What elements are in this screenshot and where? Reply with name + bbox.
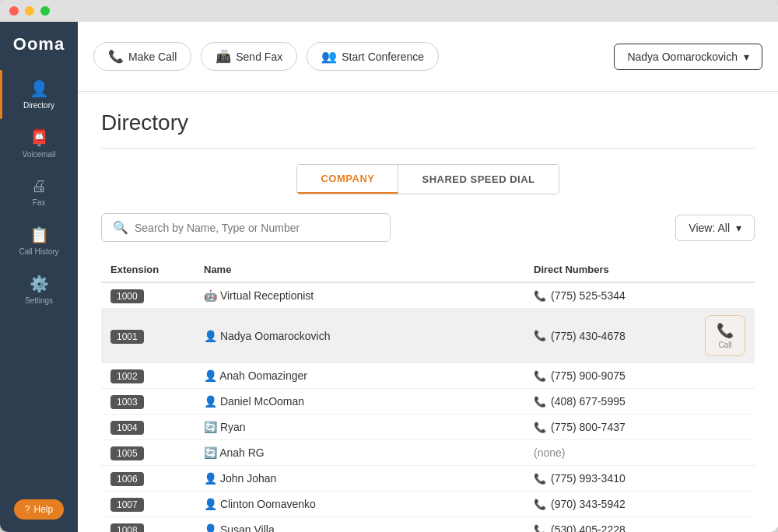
- call-btn-label: Call: [718, 341, 731, 349]
- direct-number: 📞 (775) 993-3410: [534, 472, 686, 485]
- ext-cell: 1000: [101, 282, 194, 309]
- contact-icon: 🤖: [204, 289, 217, 302]
- conference-icon: 👥: [321, 49, 337, 64]
- start-conference-button[interactable]: 👥 Start Conference: [307, 42, 439, 71]
- sidebar-label-voicemail: Voicemail: [23, 150, 56, 159]
- sidebar-item-fax[interactable]: 🖨 Fax: [0, 168, 78, 216]
- table-row[interactable]: 1005 🔄 Anah RG (none): [101, 440, 755, 466]
- table-row[interactable]: 1000 🤖 Virtual Receptionist 📞 (775) 525-…: [101, 282, 755, 309]
- contact-name: Virtual Receptionist: [220, 289, 314, 302]
- contact-icon: 👤: [204, 523, 217, 532]
- action-cell: [696, 517, 755, 533]
- search-icon: 🔍: [113, 220, 128, 235]
- phone-number: (775) 900-9075: [551, 369, 626, 382]
- call-history-icon: 📋: [30, 226, 49, 244]
- ext-cell: 1001: [101, 309, 194, 363]
- phone-number: (970) 343-5942: [551, 498, 626, 510]
- name-cell: 👤 John Johan: [194, 466, 524, 492]
- send-fax-label: Send Fax: [236, 51, 282, 63]
- directory-tabs: COMPANY SHARED SPEED DIAL: [296, 164, 559, 194]
- maximize-button[interactable]: [40, 6, 50, 16]
- make-call-button[interactable]: 📞 Make Call: [93, 42, 191, 71]
- direct-number: 📞 (408) 677-5995: [534, 395, 686, 408]
- table-row[interactable]: 1001 👤 Nadya Oomarockovich 📞 (775) 430-4…: [101, 309, 755, 363]
- phone-icon: 📞: [534, 473, 546, 485]
- table-row[interactable]: 1008 👤 Susan Villa 📞 (530) 405-2228: [101, 517, 755, 533]
- voicemail-icon: 📮: [30, 128, 49, 147]
- table-row[interactable]: 1003 👤 Daniel McOoman 📞 (408) 677-5995: [101, 389, 755, 415]
- user-dropdown[interactable]: Nadya Oomarockovich ▾: [614, 44, 762, 70]
- search-input[interactable]: [135, 222, 379, 234]
- sidebar: Ooma 👤 Directory 📮 Voicemail 🖨 Fax 📋 Cal…: [0, 22, 78, 532]
- call-button[interactable]: 📞 Call: [705, 315, 745, 356]
- contact-name: Susan Villa: [220, 523, 275, 532]
- action-cell: [696, 440, 755, 466]
- contact-name: Clinton Oomavenko: [220, 498, 316, 510]
- direct-cell: 📞 (530) 405-2228: [524, 517, 696, 533]
- view-dropdown-label: View: All: [689, 222, 730, 234]
- call-btn-icon: 📞: [717, 322, 734, 339]
- sidebar-label-directory: Directory: [23, 101, 54, 110]
- sidebar-item-voicemail[interactable]: 📮 Voicemail: [0, 119, 78, 168]
- direct-number: 📞 (775) 900-9075: [534, 369, 686, 382]
- table-header: Extension Name Direct Numbers: [101, 257, 755, 282]
- phone-icon: 📞: [534, 499, 546, 510]
- contact-icon: 👤: [204, 395, 217, 408]
- phone-number: (408) 677-5995: [551, 395, 626, 408]
- header-action: [696, 257, 755, 282]
- send-fax-button[interactable]: 📠 Send Fax: [201, 42, 297, 71]
- action-cell: [696, 415, 755, 440]
- direct-number: 📞 (530) 405-2228: [534, 523, 686, 532]
- ext-badge: 1007: [110, 498, 144, 512]
- sidebar-item-settings[interactable]: ⚙️ Settings: [0, 265, 78, 314]
- view-dropdown[interactable]: View: All ▾: [675, 215, 755, 241]
- name-cell: 👤 Anah Oomazinger: [194, 363, 524, 389]
- direct-cell: 📞 (775) 900-9075: [524, 363, 696, 389]
- contact-name: Anah RG: [219, 446, 265, 459]
- sidebar-item-call-history[interactable]: 📋 Call History: [0, 216, 78, 265]
- table-body: 1000 🤖 Virtual Receptionist 📞 (775) 525-…: [101, 282, 755, 532]
- ext-cell: 1003: [101, 389, 194, 415]
- table-row[interactable]: 1004 🔄 Ryan 📞 (775) 800-7437: [101, 415, 755, 440]
- action-cell: 📞 Call: [696, 309, 755, 362]
- phone-icon: 📞: [534, 290, 546, 302]
- table-row[interactable]: 1006 👤 John Johan 📞 (775) 993-3410: [101, 466, 755, 492]
- no-direct-number: (none): [534, 446, 565, 459]
- help-question-icon: ?: [25, 504, 30, 515]
- direct-number: 📞 (775) 525-5344: [534, 289, 686, 302]
- phone-number: (775) 525-5344: [551, 289, 626, 302]
- phone-icon: 📞: [534, 396, 546, 408]
- main-content: 📞 Make Call 📠 Send Fax 👥 Start Conferenc…: [78, 22, 778, 532]
- table-row[interactable]: 1007 👤 Clinton Oomavenko 📞 (970) 343-594…: [101, 492, 755, 517]
- search-box[interactable]: 🔍: [101, 213, 391, 242]
- ext-cell: 1006: [101, 466, 194, 492]
- action-cell: [696, 466, 755, 492]
- view-chevron-icon: ▾: [736, 222, 741, 234]
- user-name: Nadya Oomarockovich: [627, 51, 738, 63]
- direct-number: 📞 (775) 800-7437: [534, 421, 686, 433]
- minimize-button[interactable]: [25, 6, 34, 16]
- table-row[interactable]: 1002 👤 Anah Oomazinger 📞 (775) 900-9075: [101, 363, 755, 389]
- contact-name: Ryan: [220, 421, 246, 433]
- ext-badge: 1003: [110, 395, 144, 409]
- header-name: Name: [194, 257, 524, 282]
- direct-cell: (none): [524, 440, 696, 466]
- help-button[interactable]: ? Help: [14, 499, 64, 520]
- phone-number: (530) 405-2228: [551, 523, 626, 532]
- fax-send-icon: 📠: [216, 49, 231, 64]
- ext-badge: 1001: [110, 330, 144, 344]
- ooma-logo: Ooma: [13, 34, 65, 54]
- contact-name: Daniel McOoman: [220, 395, 304, 408]
- tab-shared-speed-dial[interactable]: SHARED SPEED DIAL: [398, 165, 558, 194]
- header-extension: Extension: [101, 257, 194, 282]
- direct-cell: 📞 (775) 800-7437: [524, 415, 696, 440]
- sidebar-item-directory[interactable]: 👤 Directory: [0, 70, 78, 119]
- tab-company[interactable]: COMPANY: [297, 165, 398, 194]
- ext-cell: 1005: [101, 440, 194, 466]
- sidebar-label-fax: Fax: [33, 198, 46, 207]
- phone-number: (775) 993-3410: [551, 472, 626, 485]
- fax-icon: 🖨: [31, 177, 47, 195]
- close-button[interactable]: [9, 6, 19, 16]
- contact-icon: 👤: [204, 472, 217, 485]
- ext-badge: 1002: [110, 369, 144, 383]
